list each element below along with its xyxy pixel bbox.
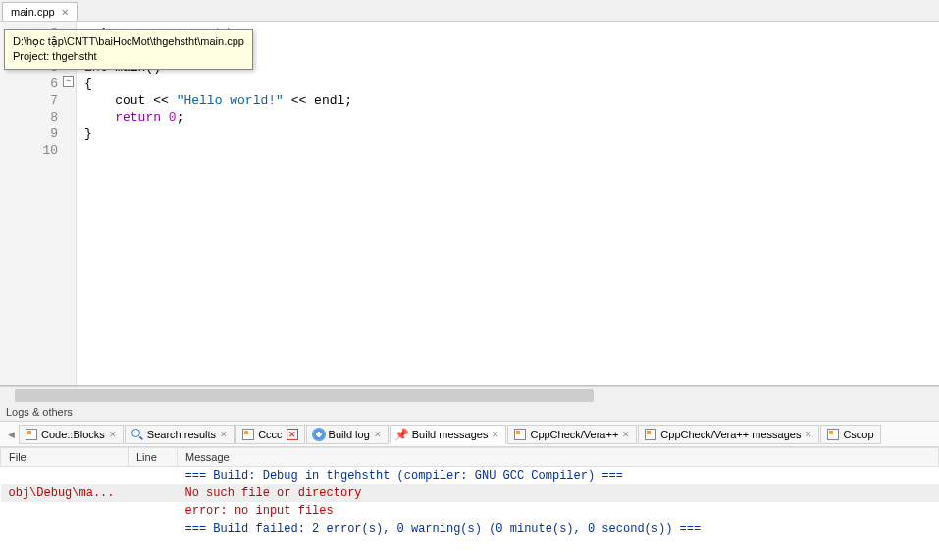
fold-minus-icon[interactable]: − bbox=[63, 76, 74, 87]
logs-panel-title: Logs & others bbox=[0, 403, 939, 422]
cell-message: No such file or directory bbox=[178, 484, 939, 502]
column-header-message[interactable]: Message bbox=[178, 448, 939, 467]
line-number: 7 bbox=[0, 92, 76, 109]
line-number: 8 bbox=[0, 109, 76, 126]
column-header-file[interactable]: File bbox=[1, 448, 129, 467]
cell-line bbox=[129, 467, 178, 485]
close-icon[interactable]: ✕ bbox=[805, 430, 812, 439]
cell-file: obj\Debug\ma... bbox=[1, 484, 129, 502]
bottom-tab-bar: ◀ Code::Blocks ✕ Search results ✕ Cccc ✕… bbox=[0, 422, 939, 447]
tab-label: Cscop bbox=[843, 429, 873, 440]
tab-cccc[interactable]: Cccc ✕ bbox=[235, 425, 304, 444]
gear-icon bbox=[313, 429, 325, 440]
table-row[interactable]: obj\Debug\ma...No such file or directory bbox=[1, 484, 939, 502]
pin-icon: 📌 bbox=[396, 429, 408, 440]
code-token: return bbox=[115, 110, 161, 125]
close-icon[interactable]: ✕ bbox=[109, 430, 117, 439]
tab-build-log[interactable]: Build log ✕ bbox=[306, 425, 389, 444]
tab-label: Build messages bbox=[412, 429, 489, 440]
line-number: 9 bbox=[0, 126, 76, 142]
build-messages-table: File Line Message === Build: Debug in th… bbox=[0, 447, 939, 560]
document-icon bbox=[514, 429, 526, 440]
editor-area: 3 4 5 6 7 8 9 10 − using namespace std; … bbox=[0, 22, 939, 386]
code-token: "Hello world!" bbox=[177, 93, 284, 108]
close-icon[interactable]: ✕ bbox=[374, 430, 382, 439]
tab-cppcheck[interactable]: CppCheck/Vera++ ✕ bbox=[507, 425, 637, 444]
close-icon[interactable]: ✕ bbox=[220, 430, 228, 439]
tab-label: Build log bbox=[329, 429, 370, 440]
tab-label: main.cpp bbox=[11, 6, 55, 18]
table-row[interactable]: error: no input files bbox=[1, 502, 939, 520]
tab-codeblocks[interactable]: Code::Blocks ✕ bbox=[19, 425, 124, 444]
tab-search-results[interactable]: Search results ✕ bbox=[125, 425, 235, 444]
line-gutter: 3 4 5 6 7 8 9 10 − bbox=[0, 22, 77, 385]
search-icon bbox=[131, 429, 143, 440]
column-header-line[interactable]: Line bbox=[129, 448, 178, 467]
tab-label: Search results bbox=[147, 429, 216, 440]
tab-label: CppCheck/Vera++ bbox=[530, 429, 618, 440]
code-token: { bbox=[84, 76, 92, 91]
cell-line bbox=[129, 484, 178, 502]
tooltip-project: Project: thgehstht bbox=[13, 49, 244, 64]
code-token: ; bbox=[177, 110, 184, 125]
tab-cppcheck-messages[interactable]: CppCheck/Vera++ messages ✕ bbox=[638, 425, 819, 444]
editor-tab-bar: main.cpp ✕ bbox=[0, 0, 939, 22]
tooltip-path: D:\học tập\CNTT\baiHocMot\thgehstht\main… bbox=[13, 34, 244, 49]
tab-label: Cccc bbox=[258, 429, 282, 440]
code-token: ; bbox=[344, 93, 352, 108]
cell-file bbox=[1, 467, 129, 485]
cell-file bbox=[1, 520, 129, 537]
code-editor[interactable]: using namespace std; int main() { cout <… bbox=[77, 22, 939, 385]
file-path-tooltip: D:\học tập\CNTT\baiHocMot\thgehstht\main… bbox=[4, 29, 253, 70]
document-icon bbox=[26, 429, 37, 440]
code-token: << bbox=[284, 93, 314, 108]
cell-message: === Build: Debug in thgehstht (compiler:… bbox=[178, 467, 939, 485]
horizontal-scrollbar[interactable] bbox=[0, 386, 939, 403]
document-icon bbox=[827, 429, 839, 440]
error-x-icon: ✕ bbox=[287, 429, 298, 440]
close-icon[interactable]: ✕ bbox=[492, 430, 499, 439]
table-row[interactable]: === Build: Debug in thgehstht (compiler:… bbox=[1, 467, 939, 485]
code-token: endl bbox=[314, 93, 344, 108]
cell-line bbox=[129, 520, 178, 537]
scrollbar-thumb[interactable] bbox=[15, 389, 594, 402]
code-token: << bbox=[145, 93, 176, 108]
tab-label: CppCheck/Vera++ messages bbox=[660, 429, 801, 440]
close-icon[interactable]: ✕ bbox=[622, 430, 630, 439]
line-number: 10 bbox=[0, 142, 76, 159]
code-token: cout bbox=[115, 93, 145, 108]
table-row[interactable]: === Build failed: 2 error(s), 0 warning(… bbox=[1, 520, 939, 537]
tabs-prev-arrow-icon[interactable]: ◀ bbox=[4, 425, 18, 444]
editor-tab-main[interactable]: main.cpp ✕ bbox=[2, 2, 78, 21]
document-icon bbox=[242, 429, 254, 440]
tab-cscope[interactable]: Cscop bbox=[820, 425, 880, 444]
tab-label: Code::Blocks bbox=[41, 429, 105, 440]
cell-line bbox=[129, 502, 178, 520]
cell-message: error: no input files bbox=[178, 502, 939, 520]
document-icon bbox=[645, 429, 656, 440]
code-token: 0 bbox=[169, 110, 177, 125]
tab-build-messages[interactable]: 📌 Build messages ✕ bbox=[390, 425, 507, 444]
cell-message: === Build failed: 2 error(s), 0 warning(… bbox=[178, 520, 939, 537]
close-icon[interactable]: ✕ bbox=[61, 7, 69, 18]
cell-file bbox=[1, 502, 129, 520]
code-token: } bbox=[84, 127, 92, 141]
